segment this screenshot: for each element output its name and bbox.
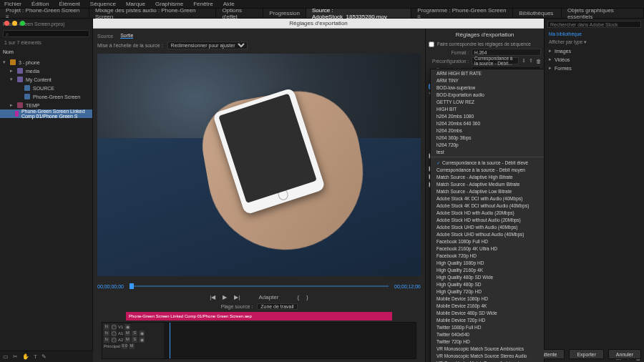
preset-option[interactable]: Facebook 1080p Full HD bbox=[431, 238, 544, 245]
preset-option[interactable]: Adobe Stock HD with Audio (20Mbps) bbox=[431, 209, 544, 216]
preset-option[interactable]: High Quality 1080p HD bbox=[431, 259, 544, 266]
pen-tool-icon[interactable]: ✎ bbox=[42, 353, 47, 360]
step-fwd-icon[interactable]: ▶| bbox=[234, 294, 240, 300]
export-button[interactable]: Exporter bbox=[569, 349, 603, 359]
delete-preset-icon[interactable]: 🗑 bbox=[536, 59, 541, 64]
preset-option[interactable]: Mobile Device 1080p HD bbox=[431, 295, 544, 302]
preset-option[interactable]: Adobe Stock 4K DCI with Audio (40Mbps) bbox=[431, 195, 544, 202]
project-row[interactable]: Phone-Green Screen Linked Comp 01/Phone … bbox=[0, 109, 92, 118]
minimize-window-icon[interactable] bbox=[12, 21, 17, 26]
project-row[interactable]: Phone-Green Screen bbox=[0, 92, 92, 101]
preset-dropdown[interactable]: ARM HIGH BIT RATEARM TINYBOD-low-superlo… bbox=[430, 69, 544, 362]
view-by-type[interactable]: Afficher par type ▾ bbox=[545, 38, 644, 47]
preset-option[interactable]: Correspondance à la source - Débit élevé bbox=[431, 159, 544, 166]
project-search-input[interactable] bbox=[3, 30, 89, 37]
preset-option[interactable]: h264 20mbs 640 360 bbox=[431, 119, 544, 127]
import-preset-icon[interactable]: ⇧ bbox=[529, 58, 533, 64]
preset-option[interactable]: High Quality 2160p 4K bbox=[431, 266, 544, 273]
preset-option[interactable]: Match Source - Adaptive High Bitrate bbox=[431, 173, 544, 180]
lib-cat-videos[interactable]: ▸Vidéos bbox=[545, 55, 644, 64]
stock-search-input[interactable] bbox=[547, 21, 641, 28]
scale-label: Mise à l'échelle de la source : bbox=[97, 43, 163, 48]
preset-option[interactable]: VR Monoscopic Match Source Ambisonics bbox=[431, 345, 544, 352]
project-row[interactable]: ▸media bbox=[0, 67, 92, 75]
playhead-icon[interactable] bbox=[170, 323, 170, 358]
preset-option[interactable]: HIGH BIT bbox=[431, 105, 544, 112]
preset-option[interactable]: Adobe Stock UHD without Audio (40Mbps) bbox=[431, 230, 544, 238]
track-v1[interactable]: V1 bbox=[118, 325, 123, 329]
preset-option[interactable]: High Quality 720p HD bbox=[431, 288, 544, 295]
play-icon[interactable]: ▶ bbox=[223, 294, 227, 300]
project-row[interactable]: SOURCE bbox=[0, 84, 92, 92]
tab-libraries[interactable]: Bibliothèques bbox=[513, 9, 562, 18]
preset-option[interactable]: Correspondance à la source - Débit moyen bbox=[431, 166, 544, 173]
tab-source[interactable]: Source : AdobeStock_185335280.mov bbox=[306, 9, 411, 18]
save-preset-icon[interactable]: ⇩ bbox=[522, 58, 526, 64]
mac-window-buttons bbox=[4, 21, 25, 26]
tab-essential-graphics[interactable]: Objets graphiques essentiels bbox=[562, 9, 644, 18]
preset-option[interactable]: VR Monoscopic Match Source Stereo Audio bbox=[431, 352, 544, 359]
preset-option[interactable]: h264 20mbs 1080 bbox=[431, 112, 544, 119]
export-tab-source[interactable]: Source bbox=[97, 34, 113, 39]
track-a1[interactable]: A1 bbox=[118, 331, 123, 336]
tab-audio-mix[interactable]: Mixage des pistes audio : Phone-Green Sc… bbox=[89, 9, 217, 18]
preset-option[interactable]: Match Source - Adaptive Medium Bitrate bbox=[431, 180, 544, 187]
preset-option[interactable]: Twitter 1080p Full HD bbox=[431, 323, 544, 331]
preset-option[interactable]: h264 360p 3tbps bbox=[431, 134, 544, 141]
project-row[interactable]: ▾My Content bbox=[0, 75, 92, 84]
tab-effect-options[interactable]: Options d'effet bbox=[216, 9, 263, 18]
match-sequence-checkbox[interactable] bbox=[429, 41, 434, 47]
timeline-clip-bar[interactable]: Phone-Green Screen Linked Comp 01/Phone … bbox=[126, 312, 392, 321]
export-scrub-bar[interactable]: 00;00;00;00 00;00;12;06 bbox=[97, 280, 421, 292]
step-back-icon[interactable]: |◀ bbox=[210, 294, 215, 300]
preset-option[interactable]: Facebook 2160p 4K Ultra HD bbox=[431, 245, 544, 252]
preset-option[interactable]: High Quality 480p SD Wide bbox=[431, 273, 544, 280]
preset-option[interactable]: BOD-low-superlow bbox=[431, 84, 544, 91]
razor-tool-icon[interactable]: ✂ bbox=[13, 353, 18, 360]
preset-option[interactable]: test bbox=[431, 148, 544, 155]
export-tab-output[interactable]: Sortie bbox=[120, 33, 133, 39]
project-item-count: 1 sur 7 éléments bbox=[0, 39, 92, 47]
preset-option[interactable]: ARM HIGH BIT RATE bbox=[431, 69, 544, 77]
export-settings-side: Réglages d'exportation Faire correspondr… bbox=[425, 29, 544, 362]
preset-option[interactable]: Adobe Stock HD without Audio (20Mbps) bbox=[431, 216, 544, 223]
scale-select[interactable]: Redimensionner pour ajuster bbox=[167, 41, 248, 49]
preset-option[interactable]: Twitter 640x640 bbox=[431, 331, 544, 338]
close-window-icon[interactable] bbox=[4, 21, 9, 26]
hand-tool-icon[interactable]: ✋ bbox=[22, 353, 29, 360]
scrub-track[interactable] bbox=[130, 285, 389, 287]
mark-in-icon[interactable]: { bbox=[297, 294, 299, 300]
preset-option[interactable]: Adobe Stock 4K DCI without Audio (40Mbps… bbox=[431, 202, 544, 209]
my-library-link[interactable]: Ma bibliothèque bbox=[545, 30, 644, 38]
preset-option[interactable]: h264 720p bbox=[431, 141, 544, 148]
preset-option[interactable]: VR Over-Under Match Source Ambisonics bbox=[431, 359, 544, 362]
type-tool-icon[interactable]: T bbox=[34, 353, 37, 360]
track-a2[interactable]: A2 bbox=[118, 338, 123, 342]
preset-option[interactable]: Adobe Stock UHD with Audio (40Mbps) bbox=[431, 223, 544, 230]
preset-option[interactable]: BOD-Exportation audio bbox=[431, 91, 544, 98]
lib-cat-images[interactable]: ▸Images bbox=[545, 47, 644, 55]
tab-program[interactable]: Programme : Phone-Green Screen ≡ bbox=[411, 9, 513, 18]
mark-out-icon[interactable]: } bbox=[306, 294, 308, 300]
preset-select[interactable]: Correspondance à la source - Débit... bbox=[472, 57, 519, 64]
tab-progression[interactable]: Progression bbox=[263, 9, 306, 18]
preset-option[interactable]: Twitter 720p HD bbox=[431, 338, 544, 345]
preset-option[interactable]: ARM TINY bbox=[431, 77, 544, 84]
tab-project[interactable]: Projet : Phone-Green Screen ≡ bbox=[0, 9, 89, 18]
preset-option[interactable]: Facebook 720p HD bbox=[431, 252, 544, 259]
preset-option[interactable]: h264 20mbs bbox=[431, 127, 544, 134]
project-row[interactable]: ▾3 - phone bbox=[0, 58, 92, 67]
zoom-window-icon[interactable] bbox=[20, 21, 25, 26]
preset-option[interactable]: GETTY LOW REZ bbox=[431, 98, 544, 105]
preset-option[interactable]: Mobile Device 480p SD Wide bbox=[431, 309, 544, 316]
lib-cat-shapes[interactable]: ▸Formes bbox=[545, 64, 644, 72]
project-tree: ▾3 - phone▸media▾My ContentSOURCEPhone-G… bbox=[0, 57, 92, 353]
preset-option[interactable]: High Quality 480p SD bbox=[431, 280, 544, 288]
selection-tool-icon[interactable]: ▭ bbox=[3, 353, 9, 360]
preset-option[interactable]: Match Source - Adaptive Low Bitrate bbox=[431, 187, 544, 195]
source-range-select[interactable]: Zone de travail bbox=[257, 303, 297, 310]
preset-option[interactable]: Mobile Device 2160p 4K bbox=[431, 302, 544, 309]
format-select[interactable]: H.264 bbox=[472, 49, 541, 56]
preset-option[interactable]: Mobile Device 720p HD bbox=[431, 316, 544, 323]
cancel-button[interactable]: Annuler bbox=[608, 349, 641, 359]
